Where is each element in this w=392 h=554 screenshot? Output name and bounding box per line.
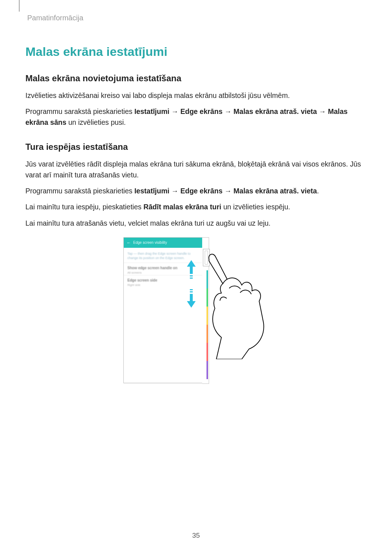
hand-pointer-icon	[205, 250, 271, 361]
arrow-right-icon: →	[170, 187, 180, 195]
drag-up-arrow-icon	[186, 259, 196, 279]
text-fragment: Programmu sarakstā pieskarieties	[25, 107, 134, 115]
arrow-right-icon: →	[222, 187, 233, 195]
arrow-right-icon: →	[317, 107, 328, 115]
nav-step-edge-screen: Edge ekrāns	[180, 107, 222, 115]
section2-heading: Tura iespējas iestatīšana	[25, 142, 367, 152]
svg-rect-3	[190, 291, 193, 292]
section1-paragraph2: Programmu sarakstā pieskarieties Iestatī…	[25, 106, 367, 128]
arrow-right-icon: →	[222, 107, 233, 115]
back-arrow-icon: ←	[127, 240, 131, 245]
section1-heading: Malas ekrāna novietojuma iestatīšana	[25, 73, 367, 83]
section1-paragraph1: Izvēlieties aktivizēšanai kreiso vai lab…	[25, 90, 367, 101]
text-fragment: un izvēlieties iespēju.	[221, 203, 290, 211]
mock-toolbar: ← Edge screen visibility	[124, 238, 202, 248]
nav-step-settings: Iestatījumi	[134, 187, 169, 195]
nav-step-edge-screen: Edge ekrāns	[180, 187, 222, 195]
text-fragment: Lai mainītu tura iespēju, pieskatieties	[25, 203, 143, 211]
svg-rect-2	[190, 289, 193, 290]
text-fragment: Programmu sarakstā pieskarieties	[25, 187, 134, 195]
arrow-right-icon: →	[170, 107, 180, 115]
section2-paragraph1: Jūs varat izvēlēties rādīt displeja mala…	[25, 159, 367, 180]
phone-screen-mock: ← Edge screen visibility Tap — then drag…	[123, 237, 203, 383]
svg-rect-1	[190, 278, 193, 279]
section2-paragraph2: Programmu sarakstā pieskarieties Iestatī…	[25, 185, 367, 196]
section2-paragraph3: Lai mainītu tura iespēju, pieskatieties …	[25, 201, 367, 212]
text-fragment: un izvēlieties pusi.	[66, 118, 126, 126]
nav-step-edge-position: Malas ekrāna atraš. vieta	[233, 107, 317, 115]
nav-step-settings: Iestatījumi	[134, 107, 169, 115]
page-number: 35	[0, 532, 392, 539]
nav-step-show-handle: Rādīt malas ekrāna turi	[143, 203, 221, 211]
drag-down-arrow-icon	[186, 288, 196, 308]
nav-step-edge-position: Malas ekrāna atraš. vieta	[233, 187, 317, 195]
edge-seg	[207, 361, 208, 379]
page-title: Malas ekrāna iestatījumi	[25, 45, 367, 59]
tab-indicator	[19, 0, 20, 12]
section2-paragraph4: Lai mainītu tura atrašanās vietu, velcie…	[25, 218, 367, 229]
text-fragment: .	[317, 187, 319, 195]
illustration-edge-handle: ← Edge screen visibility Tap — then drag…	[25, 237, 367, 390]
mock-row-sub: Right side	[127, 283, 199, 287]
breadcrumb: Pamatinformācija	[27, 14, 367, 22]
svg-rect-0	[190, 275, 193, 276]
mock-toolbar-title: Edge screen visibility	[133, 241, 167, 245]
